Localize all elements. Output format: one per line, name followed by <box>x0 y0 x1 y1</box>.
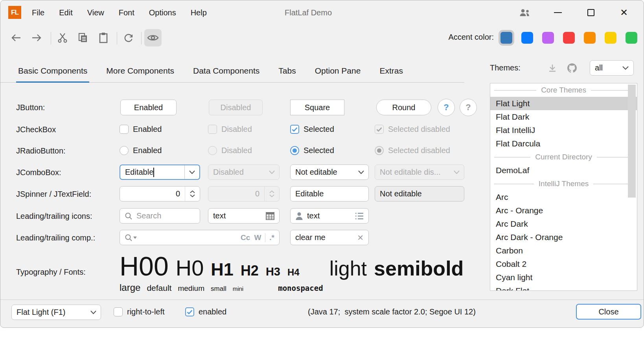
enabled-button[interactable]: Enabled <box>120 100 177 115</box>
app-logo: FL <box>8 6 21 19</box>
themes-filter-combobox[interactable]: all <box>590 60 634 76</box>
accent-swatch-blue[interactable] <box>521 32 533 44</box>
checkbox-enabled[interactable]: Enabled <box>120 125 162 134</box>
themes-list: Core Themes Flat Light Flat Dark Flat In… <box>490 83 637 291</box>
tab-tabs[interactable]: Tabs <box>278 59 296 83</box>
theme-item-dark-flat[interactable]: Dark Flat <box>490 284 637 291</box>
checkbox-selected-disabled: Selected disabled <box>375 125 450 134</box>
match-case-icon[interactable]: Cc <box>241 233 250 242</box>
theme-item-flat-darcula[interactable]: Flat Darcula <box>490 137 637 150</box>
textfield-input[interactable] <box>213 211 262 220</box>
menu-file[interactable]: File <box>32 8 44 17</box>
square-button[interactable]: Square <box>290 100 344 115</box>
menu-font[interactable]: Font <box>119 8 134 17</box>
text-caret <box>153 168 154 177</box>
menu-help[interactable]: Help <box>191 8 207 17</box>
help-button-gray[interactable]: ? <box>460 99 477 116</box>
menu-view[interactable]: View <box>87 8 104 17</box>
radio-label: Selected <box>304 146 334 155</box>
combobox-value: Not editable dis... <box>375 168 449 177</box>
theme-item-demolaf[interactable]: DemoLaf <box>490 164 637 177</box>
accent-swatch-red[interactable] <box>563 32 575 44</box>
laf-combobox[interactable]: Flat Light (F1) <box>11 305 101 320</box>
themes-scrollbar[interactable] <box>628 85 636 198</box>
combobox-editable[interactable]: Editable <box>120 165 200 180</box>
theme-item-arc-orange[interactable]: Arc - Orange <box>490 204 637 217</box>
users-icon[interactable] <box>517 5 533 20</box>
mini-sample: mini <box>233 285 244 292</box>
radio-selected[interactable]: Selected <box>290 146 334 155</box>
textfield-input[interactable] <box>295 189 364 198</box>
regex-icon[interactable]: .* <box>269 233 274 242</box>
accent-swatch-yellow[interactable] <box>605 32 616 44</box>
theme-item-arc-dark-orange[interactable]: Arc Dark - Orange <box>490 231 637 244</box>
maximize-button[interactable] <box>583 5 599 20</box>
search-with-menu-icon[interactable] <box>125 234 137 242</box>
close-button[interactable]: Close <box>576 304 641 320</box>
forward-button[interactable] <box>28 29 45 46</box>
textfield-input[interactable] <box>307 211 351 220</box>
theme-item-flat-dark[interactable]: Flat Dark <box>490 110 637 124</box>
accent-swatch-purple[interactable] <box>542 32 554 44</box>
theme-item-cyan-light[interactable]: Cyan light <box>490 271 637 284</box>
github-icon[interactable] <box>566 62 578 74</box>
minimize-button[interactable] <box>550 5 566 20</box>
textfield-leading-user[interactable] <box>290 208 369 224</box>
default-sample: default <box>147 283 171 293</box>
clearable-field[interactable]: ✕ <box>290 230 369 245</box>
enabled-checkbox[interactable]: enabled <box>185 307 226 316</box>
accent-swatch-orange[interactable] <box>584 32 596 44</box>
search-field-with-options[interactable]: Cc W .* <box>120 230 280 245</box>
copy-button[interactable] <box>74 29 92 46</box>
table-icon[interactable] <box>266 212 274 220</box>
maximize-icon <box>587 9 594 16</box>
theme-item-cobalt-2[interactable]: Cobalt 2 <box>490 257 637 271</box>
right-to-left-checkbox[interactable]: right-to-left <box>114 307 165 316</box>
spinner-buttons[interactable] <box>185 187 200 201</box>
checkbox-selected[interactable]: Selected <box>290 125 334 134</box>
round-button[interactable]: Round <box>376 100 431 115</box>
refresh-button[interactable] <box>120 29 137 46</box>
light-sample: light <box>329 257 367 280</box>
close-window-button[interactable]: ✕ <box>616 5 632 20</box>
tab-extras[interactable]: Extras <box>379 59 403 83</box>
accent-swatch-default[interactable] <box>500 32 512 44</box>
cut-button[interactable] <box>54 29 71 46</box>
radio-icon <box>120 146 129 155</box>
menu-options[interactable]: Options <box>149 8 176 17</box>
download-icon[interactable] <box>546 63 559 74</box>
search-input[interactable] <box>141 233 237 242</box>
clear-icon[interactable]: ✕ <box>357 233 364 242</box>
theme-item-carbon[interactable]: Carbon <box>490 244 637 257</box>
tab-basic-components[interactable]: Basic Components <box>18 59 87 83</box>
paste-button[interactable] <box>95 29 112 46</box>
textfield-trailing-table[interactable] <box>208 208 280 224</box>
theme-item-flat-intellij[interactable]: Flat IntelliJ <box>490 124 637 137</box>
combobox-not-editable[interactable]: Not editable <box>290 165 369 180</box>
radio-enabled[interactable]: Enabled <box>120 146 162 155</box>
tab-option-pane[interactable]: Option Pane <box>315 59 361 83</box>
list-icon[interactable] <box>355 213 364 220</box>
theme-item-arc[interactable]: Arc <box>490 190 637 204</box>
menubar: File Edit View Font Options Help <box>32 0 207 25</box>
spinner[interactable]: 0 <box>120 186 200 202</box>
textfield-input[interactable] <box>295 233 353 242</box>
theme-item-arc-dark[interactable]: Arc Dark <box>490 217 637 231</box>
chevron-down-icon[interactable] <box>86 305 101 320</box>
back-button[interactable] <box>7 29 25 46</box>
accent-swatch-green[interactable] <box>626 32 637 44</box>
chevron-down-icon[interactable] <box>184 165 199 179</box>
search-field[interactable] <box>120 208 200 224</box>
eye-toggle-button[interactable] <box>144 29 162 46</box>
menu-edit[interactable]: Edit <box>59 8 72 17</box>
tab-more-components[interactable]: More Components <box>106 59 174 83</box>
status-bar: Flat Light (F1) right-to-left enabled (J… <box>0 299 644 327</box>
textfield-editable[interactable] <box>290 186 369 202</box>
search-input[interactable] <box>136 211 195 220</box>
whole-word-icon[interactable]: W <box>254 233 261 242</box>
combobox-not-editable-disabled: Not editable dis... <box>375 165 464 180</box>
help-button-blue[interactable]: ? <box>438 99 455 116</box>
theme-item-flat-light[interactable]: Flat Light <box>490 97 637 110</box>
tab-data-components[interactable]: Data Components <box>193 59 259 83</box>
chevron-down-icon[interactable] <box>353 165 368 179</box>
